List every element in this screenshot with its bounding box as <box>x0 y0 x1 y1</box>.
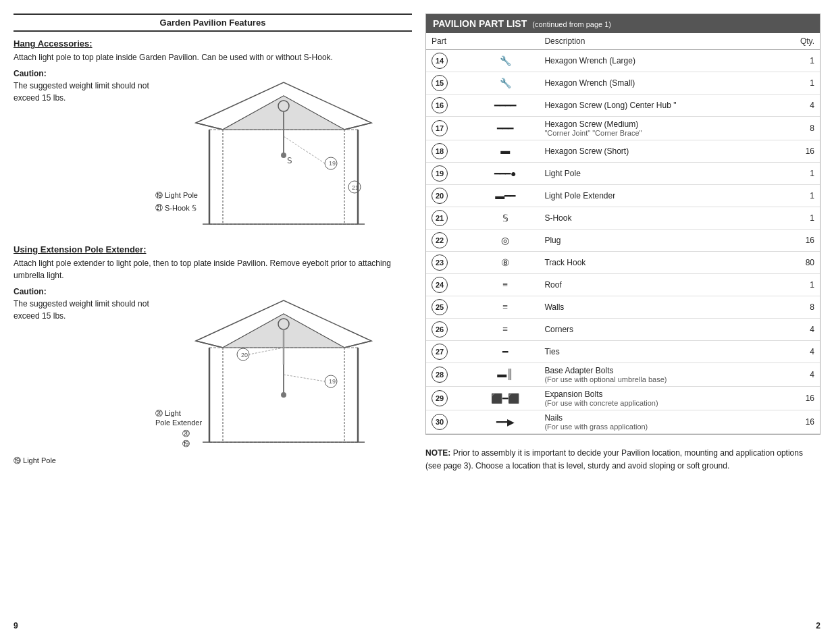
part-icon-cell: ━ <box>471 341 539 363</box>
table-row: 21𝕊S-Hook1 <box>426 207 820 230</box>
extension-caution: Caution: The suggested weight limit shou… <box>14 287 150 327</box>
extension-drawing: 20 19 ⑳ LightPole Extender ⑳ ⑲ <box>155 287 412 449</box>
part-icon-cell: ▬━━ <box>471 185 539 207</box>
parts-table-container: PAVILION PART LIST (continued from page … <box>425 14 820 435</box>
table-row: 18▬Hexagon Screw (Short)16 <box>426 140 820 163</box>
part-description-cell: Plug <box>539 230 777 252</box>
table-row: 14🔧Hexagon Wrench (Large)1 <box>426 50 820 72</box>
part-icon-cell: ▬║ <box>471 363 539 387</box>
part-description-cell: Nails(For use with grass application) <box>539 410 777 434</box>
table-row: 22◎Plug16 <box>426 230 820 252</box>
left-panel: Garden Pavilion Features Hang Accessorie… <box>14 14 412 630</box>
table-row: 23⑧Track Hook80 <box>426 252 820 274</box>
section-header: Garden Pavilion Features <box>14 14 412 32</box>
extension-body: Attach light pole extender to light pole… <box>14 257 412 281</box>
part-description-extra: (For use with grass application) <box>544 423 772 431</box>
hang-caution: Caution: The suggested weight limit shou… <box>14 69 150 109</box>
extension-title: Using Extension Pole Extender: <box>14 244 412 254</box>
part-description-extra: (For use with concrete application) <box>544 399 772 407</box>
part-qty-cell: 16 <box>778 140 820 163</box>
svg-text:21: 21 <box>352 184 359 191</box>
part-qty-cell: 16 <box>778 230 820 252</box>
svg-line-38 <box>284 375 325 381</box>
part-icon-cell: ≡ <box>471 274 539 296</box>
part-description-cell: Light Pole Extender <box>539 185 777 207</box>
part-number-cell: 27 <box>426 341 471 363</box>
label-21-left: ㉑ S-Hook 𝕊 <box>155 204 197 213</box>
part-qty-cell: 16 <box>778 410 820 434</box>
part-description-extra: "Corner Joint" "Corner Brace" <box>544 129 772 137</box>
label-20-extender: ⑳ LightPole Extender <box>155 408 202 427</box>
part-qty-cell: 4 <box>778 341 820 363</box>
part-number-cell: 17 <box>426 117 471 140</box>
hang-accessories-section: Hang Accessories: Attach light pole to t… <box>14 38 412 231</box>
part-icon-cell: 🔧 <box>471 50 539 72</box>
part-number-cell: 26 <box>426 319 471 341</box>
table-header-row: Part Description Qty. <box>426 33 820 50</box>
svg-line-3 <box>344 123 371 130</box>
svg-line-22 <box>344 341 371 348</box>
hang-accessories-body: Attach light pole to top plate inside Ga… <box>14 51 412 63</box>
part-number-cell: 20 <box>426 185 471 207</box>
part-description-cell: Roof <box>539 274 777 296</box>
col-icon <box>471 33 539 50</box>
ext-caution-title: Caution: <box>14 287 150 296</box>
svg-text:19: 19 <box>329 378 336 385</box>
svg-point-32 <box>281 392 286 398</box>
part-number-cell: 19 <box>426 163 471 185</box>
part-icon-cell: 𝕊 <box>471 207 539 230</box>
table-row: 28▬║Base Adapter Bolts(For use with opti… <box>426 363 820 387</box>
parts-table: Part Description Qty. 14🔧Hexagon Wrench … <box>426 33 820 434</box>
label-19-bottom: ⑲ <box>182 439 190 449</box>
part-description-cell: Base Adapter Bolts(For use with optional… <box>539 363 777 387</box>
part-qty-cell: 1 <box>778 72 820 95</box>
part-icon-cell: ⬛━⬛ <box>471 387 539 410</box>
part-description-cell: Hexagon Screw (Short) <box>539 140 777 163</box>
part-qty-cell: 4 <box>778 319 820 341</box>
part-icon-cell: ━━━━ <box>471 95 539 117</box>
part-description-cell: Hexagon Wrench (Small) <box>539 72 777 95</box>
right-panel: PAVILION PART LIST (continued from page … <box>425 14 820 630</box>
part-description-extra: (For use with optional umbrella base) <box>544 375 772 383</box>
part-qty-cell: 4 <box>778 363 820 387</box>
part-icon-cell: ━━━● <box>471 163 539 185</box>
table-row: 26≡Corners4 <box>426 319 820 341</box>
table-row: 15🔧Hexagon Wrench (Small)1 <box>426 72 820 95</box>
table-row: 30━━▶Nails(For use with grass applicatio… <box>426 410 820 434</box>
part-description-cell: S-Hook <box>539 207 777 230</box>
part-icon-cell: ▬ <box>471 140 539 163</box>
parts-table-header: PAVILION PART LIST (continued from page … <box>426 14 820 33</box>
part-icon-cell: ≡ <box>471 319 539 341</box>
part-number-cell: 25 <box>426 296 471 319</box>
hang-accessories-drawing: ꓢ 19 21 ⑲ Light Pole ㉑ S-Hook 𝕊 <box>155 69 412 231</box>
label-20-bottom: ⑳ <box>182 429 190 439</box>
svg-point-12 <box>281 153 286 158</box>
extension-section: Using Extension Pole Extender: Attach li… <box>14 244 412 466</box>
part-description-cell: Hexagon Screw (Medium)"Corner Joint" "Co… <box>539 117 777 140</box>
part-description-cell: Walls <box>539 296 777 319</box>
part-description-cell: Corners <box>539 319 777 341</box>
part-description-cell: Track Hook <box>539 252 777 274</box>
part-qty-cell: 1 <box>778 185 820 207</box>
part-description-cell: Light Pole <box>539 163 777 185</box>
page-number-right: 2 <box>425 621 820 630</box>
table-row: 16━━━━Hexagon Screw (Long) Center Hub "4 <box>426 95 820 117</box>
hang-caution-body: The suggested weight limit should not ex… <box>14 80 150 104</box>
svg-text:19: 19 <box>329 160 336 167</box>
note-box: NOTE: Prior to assembly it is important … <box>425 447 820 473</box>
svg-text:20: 20 <box>241 352 248 358</box>
part-icon-cell: ◎ <box>471 230 539 252</box>
note-text: Prior to assembly it is important to dec… <box>425 448 803 471</box>
svg-line-37 <box>249 348 284 354</box>
part-qty-cell: 1 <box>778 50 820 72</box>
part-qty-cell: 4 <box>778 95 820 117</box>
part-description-cell: Hexagon Wrench (Large) <box>539 50 777 72</box>
page-number-left: 9 <box>14 621 412 630</box>
pavilion-svg-1: ꓢ 19 21 <box>155 69 412 244</box>
part-number-cell: 14 <box>426 50 471 72</box>
table-row: 29⬛━⬛Expansion Bolts(For use with concre… <box>426 387 820 410</box>
part-number-cell: 18 <box>426 140 471 163</box>
part-description-cell: Ties <box>539 341 777 363</box>
table-row: 19━━━●Light Pole1 <box>426 163 820 185</box>
part-qty-cell: 8 <box>778 296 820 319</box>
